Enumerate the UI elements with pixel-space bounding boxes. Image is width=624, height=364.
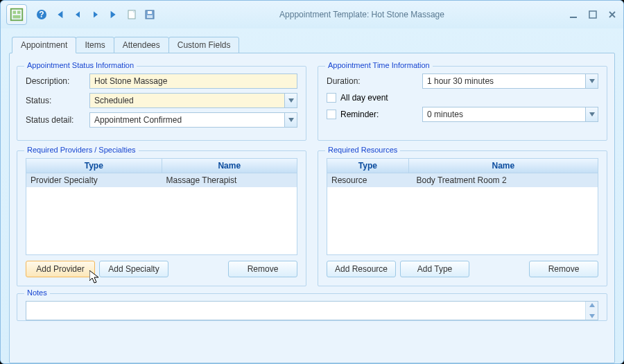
svg-text:?: ?	[39, 10, 44, 19]
tabs: Appointment Items Attendees Custom Field…	[12, 37, 615, 53]
providers-table: Type Name Provider Specialty Massage The…	[26, 158, 297, 255]
help-icon[interactable]: ?	[35, 8, 48, 21]
add-resource-button[interactable]: Add Resource	[327, 261, 396, 277]
reminder-label: Reminder:	[340, 110, 379, 119]
svg-rect-10	[570, 17, 577, 18]
add-provider-button[interactable]: Add Provider	[26, 261, 95, 277]
providers-row-name: Massage Therapist	[162, 173, 297, 187]
status-group: Appointment Status Information Descripti…	[17, 66, 306, 141]
status-detail-dropdown[interactable]: Appointment Confirmed	[89, 112, 297, 128]
svg-rect-1	[13, 11, 17, 15]
app-window: ? Apppointment Template: Hot Stone Massa…	[0, 0, 624, 364]
svg-rect-9	[147, 15, 153, 18]
add-specialty-button[interactable]: Add Specialty	[99, 261, 168, 277]
svg-rect-0	[11, 9, 23, 21]
duration-dropdown[interactable]: 1 hour 30 minutes	[422, 73, 598, 89]
chevron-down-icon[interactable]	[284, 94, 297, 107]
providers-th-type[interactable]: Type	[26, 159, 162, 173]
table-row[interactable]: Provider Specialty Massage Therapist	[26, 173, 297, 187]
description-input[interactable]	[89, 73, 297, 89]
duration-label: Duration:	[327, 76, 422, 86]
tab-items[interactable]: Items	[76, 37, 114, 53]
content: Appointment Items Attendees Custom Field…	[1, 28, 623, 363]
tab-panel: Appointment Status Information Descripti…	[9, 53, 615, 363]
status-group-title: Appointment Status Information	[24, 61, 137, 69]
status-dropdown[interactable]: Scheduled	[89, 93, 297, 108]
tab-attendees[interactable]: Attendees	[114, 37, 169, 53]
chevron-down-icon[interactable]	[585, 74, 598, 88]
chevron-down-icon[interactable]	[284, 113, 297, 127]
providers-row-type: Provider Specialty	[26, 173, 162, 187]
toolbar: ?	[35, 8, 156, 21]
resources-table: Type Name Resource Body Treatment Room 2	[327, 158, 598, 255]
providers-group-title: Required Providers / Specialties	[24, 146, 139, 154]
resources-row-type: Resource	[327, 173, 413, 187]
new-icon[interactable]	[125, 8, 138, 21]
table-row[interactable]: Resource Body Treatment Room 2	[327, 173, 598, 187]
duration-value: 1 hour 30 minutes	[423, 76, 585, 86]
chevron-down-icon[interactable]	[585, 107, 598, 121]
reminder-checkbox[interactable]	[327, 110, 336, 119]
notes-textarea[interactable]	[26, 301, 598, 320]
allday-checkbox[interactable]	[327, 93, 336, 103]
window-controls	[568, 10, 618, 19]
notes-group: Notes	[17, 293, 607, 321]
allday-label: All day event	[340, 93, 388, 103]
titlebar: ? Apppointment Template: Hot Stone Massa…	[1, 1, 623, 28]
resources-remove-button[interactable]: Remove	[529, 261, 598, 277]
add-type-button[interactable]: Add Type	[400, 261, 469, 277]
tab-custom-fields[interactable]: Custom Fields	[168, 37, 240, 53]
providers-th-name[interactable]: Name	[162, 159, 297, 173]
close-icon[interactable]	[607, 10, 618, 19]
app-icon	[6, 4, 27, 25]
first-icon[interactable]	[53, 8, 66, 21]
tab-appointment[interactable]: Appointment	[12, 37, 76, 53]
window-title: Apppointment Template: Hot Stone Massage	[156, 10, 568, 19]
scrollbar[interactable]	[585, 302, 598, 320]
scroll-up-icon[interactable]	[589, 303, 595, 307]
status-value: Scheduled	[90, 96, 284, 105]
providers-remove-button[interactable]: Remove	[228, 261, 297, 277]
save-icon[interactable]	[144, 8, 156, 21]
svg-rect-2	[17, 11, 21, 15]
providers-group: Required Providers / Specialties Type Na…	[17, 150, 306, 286]
resources-th-type[interactable]: Type	[327, 159, 409, 173]
svg-rect-11	[589, 11, 596, 18]
resources-row-name: Body Treatment Room 2	[413, 173, 598, 187]
status-label: Status:	[26, 96, 89, 105]
time-group: Appointment Time Information Duration: 1…	[318, 66, 607, 141]
minimize-icon[interactable]	[568, 10, 579, 19]
svg-rect-3	[13, 15, 21, 19]
scroll-down-icon[interactable]	[589, 314, 595, 318]
resources-group: Required Resources Type Name Resource Bo…	[318, 150, 607, 286]
reminder-dropdown[interactable]: 0 minutes	[422, 107, 598, 122]
reminder-value: 0 minutes	[423, 110, 585, 119]
svg-rect-8	[148, 11, 152, 14]
maximize-icon[interactable]	[587, 10, 598, 19]
last-icon[interactable]	[107, 8, 120, 21]
next-icon[interactable]	[89, 8, 102, 21]
notes-group-title: Notes	[24, 288, 50, 297]
resources-group-title: Required Resources	[325, 146, 400, 154]
resources-th-name[interactable]: Name	[409, 159, 598, 173]
description-label: Description:	[26, 76, 89, 86]
status-detail-label: Status detail:	[26, 115, 89, 125]
prev-icon[interactable]	[71, 8, 84, 21]
status-detail-value: Appointment Confirmed	[90, 115, 284, 125]
time-group-title: Appointment Time Information	[325, 61, 433, 69]
